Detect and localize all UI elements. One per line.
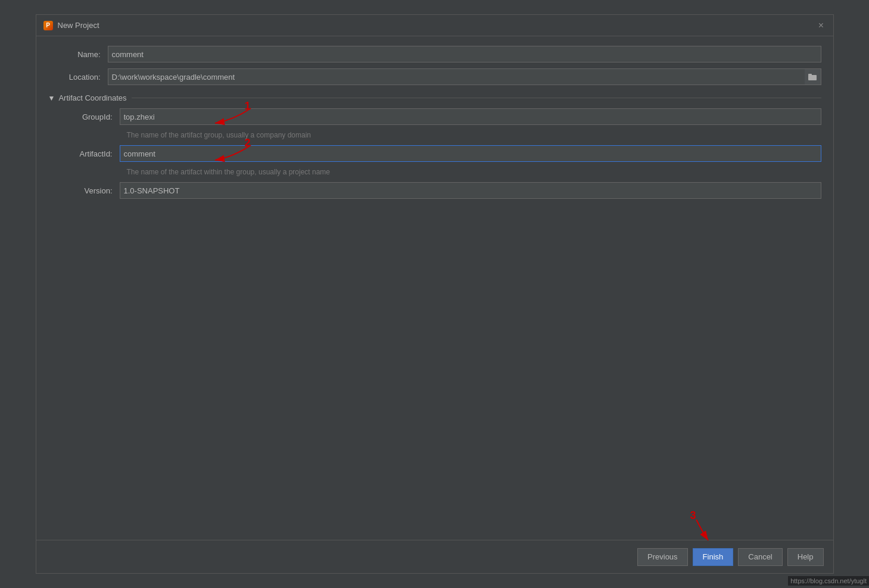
artifact-section-header[interactable]: ▼ Artifact Coordinates xyxy=(48,93,821,102)
groupid-input[interactable] xyxy=(120,108,821,125)
name-label: Name: xyxy=(48,50,108,59)
artifactid-row: ArtifactId: 2 xyxy=(60,145,821,162)
dialog-footer: Previous Finish 3 Cancel Help xyxy=(36,540,833,573)
watermark-url: https://blog.csdn.net/ytuglt xyxy=(788,576,869,586)
browse-folder-button[interactable] xyxy=(805,68,821,85)
svg-rect-0 xyxy=(808,75,817,80)
artifactid-input[interactable] xyxy=(120,145,821,162)
help-button[interactable]: Help xyxy=(787,548,824,566)
folder-icon xyxy=(808,73,817,80)
dialog-title: New Project xyxy=(58,21,99,30)
dialog-body: Name: Location: ▼ Artifact Coordinates xyxy=(36,36,833,540)
location-row: Location: xyxy=(48,68,821,85)
location-input[interactable] xyxy=(108,68,821,85)
artifact-section-title: Artifact Coordinates xyxy=(58,93,126,102)
location-input-wrapper xyxy=(108,68,821,85)
section-divider xyxy=(132,98,821,98)
cancel-button[interactable]: Cancel xyxy=(738,548,782,566)
artifactid-hint: The name of the artifact within the grou… xyxy=(127,168,821,176)
name-row: Name: xyxy=(48,46,821,62)
app-icon: P xyxy=(43,21,53,30)
artifact-section-content: GroupId: 1 The name of the artifact grou… xyxy=(48,108,821,199)
new-project-dialog: P New Project × Name: Location: xyxy=(36,14,834,574)
groupid-label: GroupId: xyxy=(60,112,120,121)
previous-button[interactable]: Previous xyxy=(637,548,688,566)
name-input[interactable] xyxy=(108,46,821,62)
groupid-row: GroupId: 1 xyxy=(60,108,821,125)
groupid-hint: The name of the artifact group, usually … xyxy=(127,131,821,139)
finish-button[interactable]: Finish xyxy=(693,548,734,566)
location-label: Location: xyxy=(48,73,108,82)
svg-rect-1 xyxy=(808,74,812,76)
title-bar: P New Project × xyxy=(36,15,833,36)
version-row: Version: xyxy=(60,182,821,199)
artifactid-label: ArtifactId: xyxy=(60,149,120,158)
close-button[interactable]: × xyxy=(817,21,826,30)
title-bar-left: P New Project xyxy=(43,21,99,30)
version-label: Version: xyxy=(60,186,120,195)
version-input[interactable] xyxy=(120,182,821,199)
section-collapse-arrow: ▼ xyxy=(48,94,55,102)
